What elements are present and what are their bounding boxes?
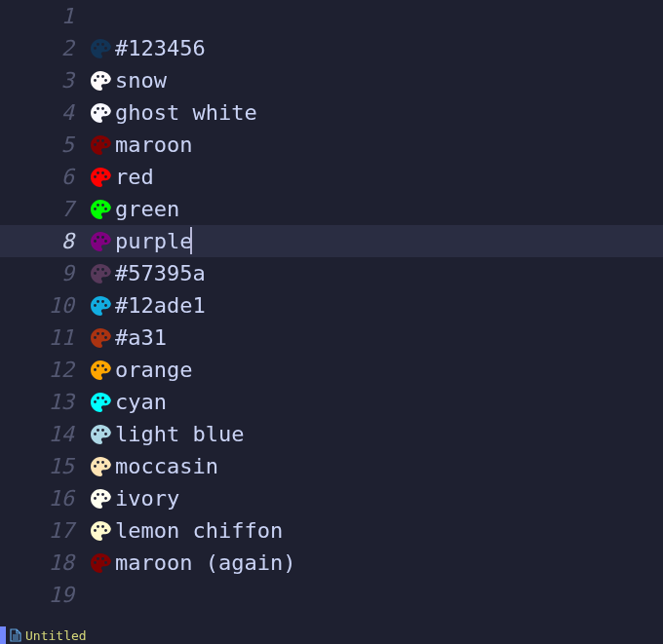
palette-icon — [88, 293, 113, 319]
line-text: snow — [115, 68, 167, 93]
line-number: 6 — [0, 165, 88, 189]
svg-point-48 — [94, 433, 97, 436]
editor-line[interactable]: 18 maroon (again) — [0, 547, 663, 579]
line-content: maroon — [88, 133, 192, 158]
line-content: orange — [88, 358, 192, 383]
editor-line[interactable]: 2 #123456 — [0, 32, 663, 64]
svg-point-13 — [97, 139, 99, 142]
editor-line[interactable]: 3 snow — [0, 64, 663, 96]
line-text: light blue — [115, 422, 244, 446]
editor-line[interactable]: 7 green — [0, 193, 663, 225]
svg-point-56 — [94, 497, 97, 500]
svg-point-20 — [94, 208, 97, 210]
svg-point-12 — [94, 143, 97, 146]
svg-point-41 — [97, 364, 99, 367]
svg-point-51 — [104, 433, 107, 436]
line-content: purple — [88, 229, 192, 254]
editor-line[interactable]: 8 purple — [0, 225, 663, 257]
editor-line[interactable]: 9 #57395a — [0, 257, 663, 289]
palette-icon — [88, 518, 113, 544]
line-text: #a31 — [115, 325, 167, 350]
line-content: #57395a — [88, 261, 206, 286]
line-text: purple — [115, 229, 192, 253]
svg-point-50 — [101, 429, 104, 432]
editor-line[interactable]: 4 ghost white — [0, 96, 663, 129]
editor-line[interactable]: 6 red — [0, 161, 663, 193]
svg-point-31 — [104, 272, 107, 275]
editor-line[interactable]: 14 light blue — [0, 418, 663, 450]
editor-line[interactable]: 12 orange — [0, 354, 663, 386]
line-number: 19 — [0, 583, 88, 607]
line-number: 17 — [0, 518, 88, 543]
svg-point-27 — [104, 240, 107, 243]
svg-point-49 — [97, 429, 99, 432]
svg-point-44 — [94, 400, 97, 403]
line-content: snow — [88, 68, 167, 94]
line-number: 8 — [0, 229, 88, 253]
editor-line[interactable]: 10 #12ade1 — [0, 289, 663, 322]
line-number: 7 — [0, 197, 88, 221]
palette-icon — [88, 358, 113, 383]
svg-point-19 — [104, 175, 107, 178]
line-text: #123456 — [115, 36, 206, 60]
editor-line[interactable]: 15 moccasin — [0, 450, 663, 482]
line-number: 1 — [0, 4, 88, 28]
line-content: maroon (again) — [88, 550, 295, 576]
svg-point-67 — [104, 561, 107, 564]
line-content: #a31 — [88, 325, 167, 351]
line-number: 18 — [0, 550, 88, 575]
svg-point-9 — [97, 107, 99, 110]
palette-icon — [88, 197, 113, 222]
line-content: light blue — [88, 422, 244, 447]
line-content: #12ade1 — [88, 293, 206, 319]
file-name: Untitled — [25, 628, 87, 643]
editor-line[interactable]: 11 #a31 — [0, 322, 663, 354]
svg-point-34 — [101, 300, 104, 303]
svg-point-30 — [101, 268, 104, 271]
file-icon — [10, 628, 21, 642]
line-content: lemon chiffon — [88, 518, 283, 544]
line-number: 5 — [0, 133, 88, 157]
line-text: moccasin — [115, 454, 218, 478]
palette-icon — [88, 165, 113, 190]
svg-point-62 — [101, 525, 104, 528]
code-editor[interactable]: 12 #1234563 snow4 ghost white5 maroon6 r… — [0, 0, 663, 611]
svg-point-26 — [101, 236, 104, 239]
svg-point-21 — [97, 204, 99, 207]
palette-icon — [88, 68, 113, 94]
line-text: #57395a — [115, 261, 206, 285]
line-text: cyan — [115, 390, 167, 414]
line-text: maroon — [115, 133, 192, 157]
line-content: #123456 — [88, 36, 206, 61]
svg-point-54 — [101, 461, 104, 464]
editor-line[interactable]: 13 cyan — [0, 386, 663, 418]
svg-point-0 — [94, 47, 97, 50]
editor-line[interactable]: 16 ivory — [0, 482, 663, 514]
svg-point-3 — [104, 47, 107, 50]
svg-point-42 — [101, 364, 104, 367]
palette-icon — [88, 486, 113, 511]
svg-point-63 — [104, 529, 107, 532]
line-number: 13 — [0, 390, 88, 414]
svg-point-57 — [97, 493, 99, 496]
line-text: orange — [115, 358, 192, 382]
line-number: 16 — [0, 486, 88, 511]
line-content: ghost white — [88, 100, 257, 126]
editor-line[interactable]: 17 lemon chiffon — [0, 514, 663, 547]
palette-icon — [88, 36, 113, 61]
palette-icon — [88, 100, 113, 126]
line-text: #12ade1 — [115, 293, 206, 318]
status-marker — [0, 626, 6, 644]
svg-point-18 — [101, 171, 104, 174]
editor-line[interactable]: 19 — [0, 579, 663, 611]
svg-point-24 — [94, 240, 97, 243]
svg-point-45 — [97, 397, 99, 399]
editor-line[interactable]: 1 — [0, 0, 663, 32]
line-text: ivory — [115, 486, 179, 511]
line-text: red — [115, 165, 154, 189]
line-content: green — [88, 197, 179, 222]
editor-line[interactable]: 5 maroon — [0, 129, 663, 161]
palette-icon — [88, 422, 113, 447]
svg-point-64 — [94, 561, 97, 564]
line-content: cyan — [88, 390, 167, 415]
